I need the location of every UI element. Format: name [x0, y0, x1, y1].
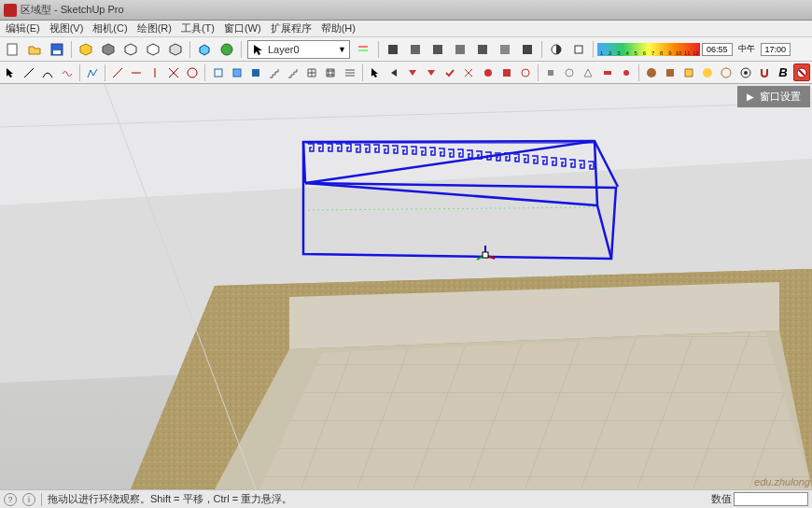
char-b-button[interactable]: B	[775, 64, 791, 81]
menu-help[interactable]: 帮助(H)	[317, 21, 359, 36]
cube-4-button[interactable]	[450, 39, 470, 60]
edit-line-5-button[interactable]	[184, 64, 201, 81]
help-icon[interactable]: ?	[4, 493, 17, 506]
menu-window[interactable]: 窗口(W)	[220, 21, 265, 36]
render-2-button[interactable]	[662, 64, 679, 81]
edit-line-3-button[interactable]	[147, 64, 163, 81]
cube-6-button[interactable]	[495, 39, 515, 60]
stairs-1-button[interactable]	[266, 64, 283, 81]
time-slider[interactable]: 06:55 中午 17:00	[702, 43, 791, 56]
separator	[362, 64, 363, 81]
dimension-input[interactable]	[734, 492, 808, 506]
render-3-button[interactable]	[680, 64, 697, 81]
cube-3-button[interactable]	[427, 39, 448, 60]
info-icon[interactable]: i	[22, 493, 35, 506]
arrow-left-button[interactable]	[385, 64, 402, 81]
menu-extensions[interactable]: 扩展程序	[267, 21, 315, 36]
svg-line-15	[24, 68, 34, 78]
svg-rect-28	[604, 71, 611, 75]
shadow-toggle-button[interactable]	[546, 39, 567, 60]
render-1-button[interactable]	[643, 64, 660, 81]
cube-5-button[interactable]	[472, 39, 493, 60]
paint-4-button[interactable]	[517, 64, 534, 81]
file-new-button[interactable]	[2, 39, 22, 60]
shape-2-button[interactable]	[229, 64, 245, 81]
file-save-button[interactable]	[47, 39, 67, 60]
svg-rect-24	[503, 69, 511, 77]
cube-hidden-button[interactable]	[143, 39, 163, 60]
edit-line-1-button[interactable]	[109, 64, 126, 81]
ext-1-button[interactable]	[542, 64, 559, 81]
grid-1-button[interactable]	[303, 64, 320, 81]
shape-1-button[interactable]	[209, 64, 226, 81]
ext-2-button[interactable]	[561, 64, 578, 81]
separator	[538, 64, 539, 81]
titlebar: 区域型 - SketchUp Pro	[0, 0, 812, 21]
cube-1-button[interactable]	[383, 39, 403, 60]
render-5-button[interactable]	[718, 64, 735, 81]
menu-draw[interactable]: 绘图(R)	[133, 21, 175, 36]
line-tool-button[interactable]	[21, 64, 37, 81]
menu-edit[interactable]: 编辑(E)	[2, 21, 44, 36]
cube-pattern-button[interactable]	[98, 39, 119, 60]
stop-button[interactable]	[793, 64, 810, 81]
iso-view-button[interactable]	[194, 39, 215, 60]
separator	[105, 64, 105, 81]
cube-wireframe-button[interactable]	[120, 39, 141, 60]
toolbar-row-1: Layer0 ▼ 123456789101112 06:55 中午 17:00	[0, 37, 812, 62]
dropdown-arrow-icon: ▼	[338, 45, 346, 54]
ext-4-button[interactable]	[598, 64, 615, 81]
svg-rect-14	[575, 46, 582, 53]
paint-3-button[interactable]	[498, 64, 515, 81]
cube-gold-button[interactable]	[76, 39, 96, 60]
svg-rect-5	[358, 49, 368, 51]
layer-manager-button[interactable]	[354, 39, 374, 60]
cursor-tool-button[interactable]	[367, 64, 384, 81]
stairs-2-button[interactable]	[285, 64, 301, 81]
cube-7-button[interactable]	[517, 39, 538, 60]
edit-line-2-button[interactable]	[128, 64, 145, 81]
arrow-down-2-button[interactable]	[423, 64, 440, 81]
svg-marker-50	[259, 332, 812, 489]
cube-2-button[interactable]	[405, 39, 426, 60]
lattice-button[interactable]	[342, 64, 358, 81]
svg-point-33	[721, 68, 731, 78]
menu-tools[interactable]: 工具(T)	[177, 21, 218, 36]
select-tool-button[interactable]	[2, 64, 19, 81]
separator	[638, 64, 639, 81]
watermark-text: edu.zhulong	[754, 476, 810, 487]
arc-tool-button[interactable]	[39, 64, 56, 81]
app-icon	[4, 4, 17, 17]
ext-3-button[interactable]	[580, 64, 596, 81]
grid-2-button[interactable]	[322, 64, 339, 81]
paint-1-button[interactable]	[460, 64, 477, 81]
scene-content	[0, 84, 812, 489]
paint-2-button[interactable]	[480, 64, 497, 81]
ext-5-button[interactable]	[618, 64, 635, 81]
file-open-button[interactable]	[24, 39, 45, 60]
freehand-tool-button[interactable]	[58, 64, 75, 81]
shape-3-button[interactable]	[247, 64, 264, 81]
menu-view[interactable]: 视图(V)	[46, 21, 88, 36]
render-4-button[interactable]	[699, 64, 716, 81]
shadow-settings-button[interactable]	[568, 39, 589, 60]
magnet-button[interactable]	[756, 64, 773, 81]
check-button[interactable]	[441, 64, 458, 81]
globe-button[interactable]	[217, 39, 237, 60]
settings-gear-button[interactable]	[737, 64, 754, 81]
polyline-tool-button[interactable]	[84, 64, 101, 81]
cube-shaded-button[interactable]	[165, 39, 186, 60]
window-settings-button[interactable]: ▶ 窗口设置	[737, 86, 810, 107]
time-end: 17:00	[761, 43, 791, 56]
separator	[541, 41, 542, 58]
menu-camera[interactable]: 相机(C)	[89, 21, 131, 36]
svg-point-19	[188, 68, 197, 78]
edit-line-4-button[interactable]	[165, 64, 182, 81]
arrow-down-1-button[interactable]	[404, 64, 421, 81]
viewport-3d[interactable]: ▶ 窗口设置	[0, 84, 812, 489]
svg-rect-31	[666, 69, 674, 77]
date-slider[interactable]: 123456789101112	[597, 43, 700, 56]
layer-select[interactable]: Layer0 ▼	[247, 40, 350, 59]
svg-point-3	[221, 44, 232, 55]
status-hint: 拖动以进行环绕观察。Shift = 平移，Ctrl = 重力悬浮。	[48, 492, 292, 506]
